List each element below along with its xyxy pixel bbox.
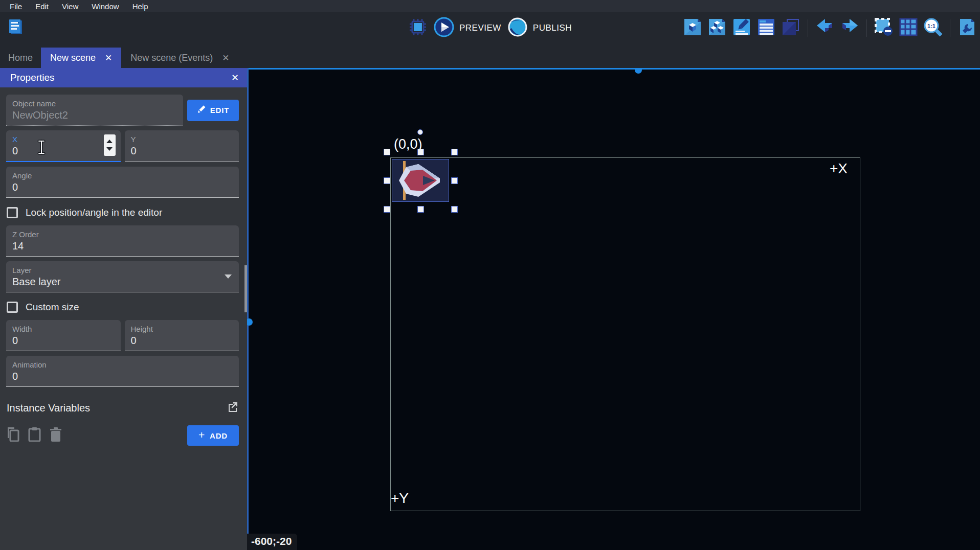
tab-home[interactable]: Home bbox=[0, 48, 41, 68]
zoom-1-1-icon: 1:1 bbox=[923, 17, 943, 39]
preview-play-icon bbox=[434, 17, 454, 39]
deselect-button[interactable] bbox=[874, 18, 894, 38]
edit-scene-properties-button[interactable] bbox=[732, 18, 751, 38]
open-in-new-icon[interactable] bbox=[227, 401, 239, 415]
preview-label: PREVIEW bbox=[459, 23, 501, 33]
project-manager-button[interactable] bbox=[6, 18, 26, 38]
menu-view[interactable]: View bbox=[55, 1, 85, 12]
add-variable-button[interactable]: + ADD bbox=[187, 425, 239, 446]
rotation-handle[interactable] bbox=[417, 129, 423, 135]
paste-icon[interactable] bbox=[28, 427, 41, 444]
layer-select[interactable]: Layer Base layer bbox=[6, 261, 239, 292]
object-name-field: Object name NewObject2 bbox=[6, 95, 183, 126]
height-field[interactable]: Height 0 bbox=[125, 320, 239, 351]
lock-position-checkbox[interactable] bbox=[7, 207, 18, 218]
number-stepper[interactable] bbox=[104, 134, 116, 156]
animation-field[interactable]: Animation 0 bbox=[6, 356, 239, 387]
y-position-field[interactable]: Y 0 bbox=[125, 130, 239, 162]
layers-button[interactable] bbox=[781, 18, 800, 38]
plus-icon: + bbox=[198, 429, 205, 441]
selection-handle-bottom-right[interactable] bbox=[451, 206, 458, 213]
chevron-down-icon[interactable] bbox=[225, 274, 232, 279]
tab-new-scene-events[interactable]: New scene (Events) ✕ bbox=[121, 48, 238, 68]
selection-handle-mid-left[interactable] bbox=[384, 177, 390, 184]
width-value: 0 bbox=[12, 334, 115, 347]
publish-globe-icon bbox=[507, 17, 528, 39]
tab-label: New scene (Events) bbox=[130, 53, 213, 63]
selection-handle-bottom-center[interactable] bbox=[417, 206, 424, 213]
vertical-scrollbar[interactable] bbox=[247, 68, 249, 550]
svg-text:1:1: 1:1 bbox=[927, 23, 936, 29]
redo-button[interactable] bbox=[840, 18, 859, 38]
properties-title: Properties bbox=[10, 72, 55, 83]
add-button-label: ADD bbox=[210, 431, 228, 440]
delete-trash-icon[interactable] bbox=[50, 427, 62, 444]
layer-label: Layer bbox=[12, 265, 233, 275]
y-field-value: 0 bbox=[131, 144, 233, 157]
layers-icon bbox=[782, 18, 800, 38]
tab-close-icon[interactable]: ✕ bbox=[222, 53, 229, 63]
editor-settings-button[interactable] bbox=[957, 18, 977, 38]
horizontal-scrollbar-thumb[interactable] bbox=[635, 68, 642, 74]
publish-label: PUBLISH bbox=[533, 23, 572, 33]
animation-value: 0 bbox=[12, 370, 233, 383]
menu-file[interactable]: File bbox=[3, 1, 29, 12]
tab-close-icon[interactable]: ✕ bbox=[105, 53, 112, 63]
selection-handle-bottom-left[interactable] bbox=[384, 206, 390, 213]
grid-button[interactable] bbox=[899, 18, 918, 38]
custom-size-checkbox[interactable] bbox=[7, 302, 18, 313]
edit-button-label: EDIT bbox=[210, 106, 229, 114]
toolbar-separator bbox=[866, 19, 867, 37]
horizontal-scrollbar[interactable] bbox=[247, 68, 980, 70]
menu-help[interactable]: Help bbox=[126, 1, 155, 12]
objects-groups-button[interactable] bbox=[707, 18, 727, 38]
custom-size-label: Custom size bbox=[26, 302, 79, 313]
undo-button[interactable] bbox=[815, 18, 835, 38]
main-toolbar: PREVIEW PUBLISH bbox=[0, 12, 980, 44]
publish-button[interactable]: PUBLISH bbox=[507, 17, 572, 39]
angle-field[interactable]: Angle 0 bbox=[6, 167, 239, 198]
close-panel-icon[interactable]: ✕ bbox=[231, 72, 239, 83]
scene-canvas[interactable]: (0,0) +X +Y bbox=[247, 68, 980, 550]
stepper-up-icon[interactable] bbox=[106, 140, 113, 143]
debugger-button[interactable] bbox=[408, 18, 428, 38]
menu-edit[interactable]: Edit bbox=[29, 1, 55, 12]
preview-button[interactable]: PREVIEW bbox=[434, 17, 501, 39]
copy-icon[interactable] bbox=[7, 427, 19, 444]
deselect-icon bbox=[874, 17, 894, 39]
width-field[interactable]: Width 0 bbox=[6, 320, 121, 351]
pencil-icon bbox=[197, 105, 206, 116]
stepper-down-icon[interactable] bbox=[106, 147, 113, 151]
selection-handle-top-right[interactable] bbox=[451, 149, 458, 155]
edit-pencil-icon bbox=[732, 18, 751, 38]
instances-list-button[interactable] bbox=[756, 18, 776, 38]
wrench-icon bbox=[958, 18, 976, 38]
instances-list-icon bbox=[757, 18, 775, 38]
selection-handle-top-left[interactable] bbox=[384, 149, 390, 155]
selection-handle-mid-right[interactable] bbox=[451, 177, 458, 184]
objects-groups-icon bbox=[708, 18, 726, 38]
toolbar-separator bbox=[950, 19, 950, 37]
selection-handle-top-center[interactable] bbox=[417, 149, 424, 155]
menu-window[interactable]: Window bbox=[85, 1, 125, 12]
layer-value: Base layer bbox=[12, 275, 233, 288]
add-object-button[interactable] bbox=[683, 18, 702, 38]
angle-field-value: 0 bbox=[12, 180, 233, 194]
vertical-scrollbar-thumb[interactable] bbox=[247, 318, 253, 326]
object-name-value: NewObject2 bbox=[12, 108, 177, 122]
z-order-label: Z Order bbox=[12, 230, 233, 239]
tab-label: Home bbox=[8, 53, 33, 63]
x-field-label: X bbox=[12, 134, 115, 144]
z-order-value: 14 bbox=[12, 239, 233, 253]
scene-window-frame bbox=[390, 157, 860, 511]
edit-object-button[interactable]: EDIT bbox=[187, 100, 239, 121]
selected-sprite-instance[interactable] bbox=[392, 159, 449, 202]
grid-icon bbox=[899, 18, 918, 38]
z-order-field[interactable]: Z Order 14 bbox=[6, 225, 239, 257]
zoom-reset-button[interactable]: 1:1 bbox=[923, 18, 943, 38]
y-field-label: Y bbox=[131, 134, 233, 144]
tab-new-scene[interactable]: New scene ✕ bbox=[41, 48, 121, 68]
gdevelop-window: File Edit View Window Help bbox=[0, 0, 980, 550]
x-position-field[interactable]: X 0 bbox=[6, 130, 121, 162]
plus-y-axis-label: +Y bbox=[391, 490, 409, 507]
